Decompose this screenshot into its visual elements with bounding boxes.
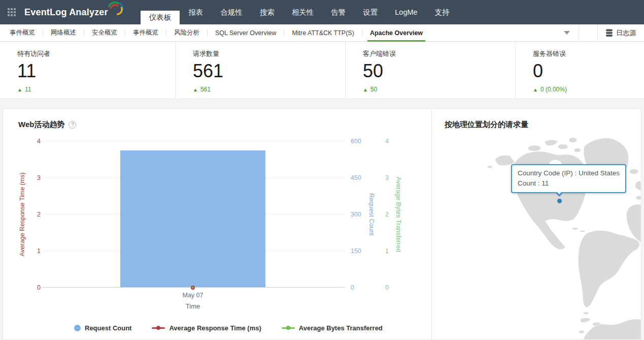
up-arrow-icon: ▲ bbox=[193, 87, 198, 92]
widget-title-row: Web活动趋势 ? bbox=[18, 120, 76, 130]
legend-label: Average Response Time (ms) bbox=[169, 324, 261, 332]
y-tick-bytes: 4 bbox=[385, 138, 396, 145]
y-tick-requests: 600 bbox=[351, 138, 368, 145]
y-tick-response: 0 bbox=[28, 284, 41, 291]
tab-settings[interactable]: 设置 bbox=[354, 0, 386, 24]
product-logo: EventLog Analyzer bbox=[23, 0, 123, 24]
subnav-security-overview[interactable]: 安全概览 bbox=[84, 24, 125, 42]
y-tick-requests: 150 bbox=[351, 248, 368, 255]
subnav-incident-overview[interactable]: 事件概览 bbox=[125, 24, 166, 42]
stat-label: 请求数量 bbox=[193, 49, 340, 58]
database-icon bbox=[606, 29, 613, 37]
tab-reports[interactable]: 报表 bbox=[180, 0, 212, 24]
tab-dashboard[interactable]: 仪表板 bbox=[141, 11, 180, 24]
stat-delta-value: 0 (0.00%) bbox=[540, 86, 567, 93]
section-gap bbox=[0, 99, 644, 108]
y-tick-requests: 0 bbox=[351, 284, 368, 291]
right-axis2-title: Average Bytes Transferred bbox=[395, 177, 402, 252]
tab-compliance[interactable]: 合规性 bbox=[212, 0, 251, 24]
tab-search[interactable]: 搜索 bbox=[251, 0, 283, 24]
chevron-down-icon bbox=[564, 31, 570, 35]
world-map[interactable] bbox=[432, 109, 641, 339]
stat-value: 0 bbox=[533, 60, 639, 82]
x-axis-title: Time bbox=[186, 302, 200, 310]
stat-unique-visitors: 特有访问者 11 ▲ 11 bbox=[0, 42, 175, 99]
stat-delta: ▲ 0 (0.00%) bbox=[533, 86, 639, 93]
chart-legend: Request Count Average Response Time (ms)… bbox=[74, 324, 383, 332]
legend-label: Average Bytes Transferred bbox=[299, 324, 383, 332]
stat-label: 特有访问者 bbox=[17, 49, 170, 58]
top-navbar: EventLog Analyzer 仪表板 报表 合规性 搜索 相关性 告警 设… bbox=[0, 0, 644, 24]
stat-client-errors: 客户端错误 50 ▲ 50 bbox=[345, 42, 515, 99]
y-tick-requests: 450 bbox=[351, 174, 368, 181]
apps-grid-icon bbox=[8, 8, 16, 16]
legend-line-icon bbox=[282, 327, 295, 329]
summary-stats-row: 特有访问者 11 ▲ 11 请求数量 561 ▲ 561 客户端错误 50 ▲ … bbox=[0, 42, 644, 99]
stat-delta: ▲ 561 bbox=[193, 86, 340, 93]
logo-swoosh-icon bbox=[106, 1, 123, 17]
tab-alerts[interactable]: 告警 bbox=[322, 0, 354, 24]
stat-value: 561 bbox=[193, 60, 340, 82]
widget-title: Web活动趋势 bbox=[18, 120, 64, 130]
apps-grid-button[interactable] bbox=[0, 0, 23, 24]
dashboard-subnav: 事件概览 网络概述 安全概览 事件概览 风险分析 SQL Server Over… bbox=[0, 24, 644, 42]
y-tick-bytes: 0 bbox=[385, 284, 396, 291]
gridline bbox=[42, 141, 345, 142]
y-tick-requests: 300 bbox=[351, 211, 368, 218]
subnav-network-overview[interactable]: 网络概述 bbox=[43, 24, 84, 42]
log-sources-button[interactable]: 日志源 bbox=[598, 24, 644, 42]
log-sources-label: 日志源 bbox=[616, 28, 636, 38]
web-activity-trend-widget: Web活动趋势 ? 4 3 2 1 0 600 450 300 150 0 4 … bbox=[3, 109, 432, 339]
subnav-risk-analysis[interactable]: 风险分析 bbox=[166, 24, 207, 42]
up-arrow-icon: ▲ bbox=[363, 87, 368, 92]
legend-line-icon bbox=[152, 327, 165, 329]
product-name: EventLog Analyzer bbox=[24, 7, 108, 18]
stat-delta-value: 561 bbox=[200, 86, 211, 93]
stat-server-errors: 服务器错误 0 ▲ 0 (0.00%) bbox=[515, 42, 644, 99]
x-tick-date: May 07 bbox=[183, 292, 204, 299]
subnav-sql-server-overview[interactable]: SQL Server Overview bbox=[208, 24, 284, 42]
stat-delta-value: 11 bbox=[25, 86, 31, 93]
legend-request-count[interactable]: Request Count bbox=[74, 324, 131, 332]
tab-support[interactable]: 支持 bbox=[426, 0, 458, 24]
tooltip-country: Country Code (IP) : United States bbox=[518, 168, 620, 178]
y-tick-response: 4 bbox=[28, 138, 41, 145]
trend-chart-plot: 4 3 2 1 0 600 450 300 150 0 4 3 2 1 0 Ma… bbox=[46, 141, 338, 288]
right-axis1-title: Request Count bbox=[368, 193, 375, 235]
line-series-point[interactable] bbox=[191, 286, 195, 290]
stat-request-count: 请求数量 561 ▲ 561 bbox=[175, 42, 345, 99]
more-dashboards-dropdown[interactable] bbox=[555, 24, 579, 42]
request-count-bar[interactable] bbox=[120, 150, 265, 287]
y-tick-response: 1 bbox=[28, 248, 41, 255]
spacer bbox=[579, 24, 597, 42]
map-tooltip: Country Code (IP) : United States Count … bbox=[511, 164, 626, 193]
stat-value: 11 bbox=[17, 60, 170, 82]
stat-delta: ▲ 11 bbox=[17, 86, 170, 93]
stat-label: 客户端错误 bbox=[363, 49, 510, 58]
left-axis-title: Average Response Time (ms) bbox=[19, 172, 26, 256]
stat-label: 服务器错误 bbox=[533, 49, 639, 58]
legend-label: Request Count bbox=[85, 324, 131, 332]
subnav-apache-overview[interactable]: Apache Overview bbox=[362, 24, 430, 42]
up-arrow-icon: ▲ bbox=[533, 87, 538, 92]
y-tick-response: 3 bbox=[28, 174, 41, 181]
tab-logme[interactable]: LogMe bbox=[386, 0, 426, 24]
y-tick-response: 2 bbox=[28, 211, 41, 218]
help-icon[interactable]: ? bbox=[69, 121, 76, 129]
legend-bytes-transferred[interactable]: Average Bytes Transferred bbox=[282, 324, 383, 332]
requests-by-geolocation-widget: 按地理位置划分的请求量 bbox=[432, 109, 641, 339]
stat-delta: ▲ 50 bbox=[363, 86, 510, 93]
legend-response-time[interactable]: Average Response Time (ms) bbox=[152, 324, 261, 332]
subnav-event-overview[interactable]: 事件概览 bbox=[2, 24, 43, 42]
subnav-mitre-attck[interactable]: Mitre ATT&CK TTP(S) bbox=[284, 24, 361, 42]
tooltip-count: Count : 11 bbox=[518, 178, 620, 189]
legend-circle-icon bbox=[74, 325, 81, 331]
dashboard-widgets-panel: Web活动趋势 ? 4 3 2 1 0 600 450 300 150 0 4 … bbox=[3, 108, 641, 340]
stat-delta-value: 50 bbox=[370, 86, 377, 93]
stat-value: 50 bbox=[363, 60, 510, 82]
up-arrow-icon: ▲ bbox=[17, 87, 22, 92]
main-tabs: 仪表板 报表 合规性 搜索 相关性 告警 设置 LogMe 支持 bbox=[141, 0, 458, 24]
tab-correlation[interactable]: 相关性 bbox=[283, 0, 323, 24]
